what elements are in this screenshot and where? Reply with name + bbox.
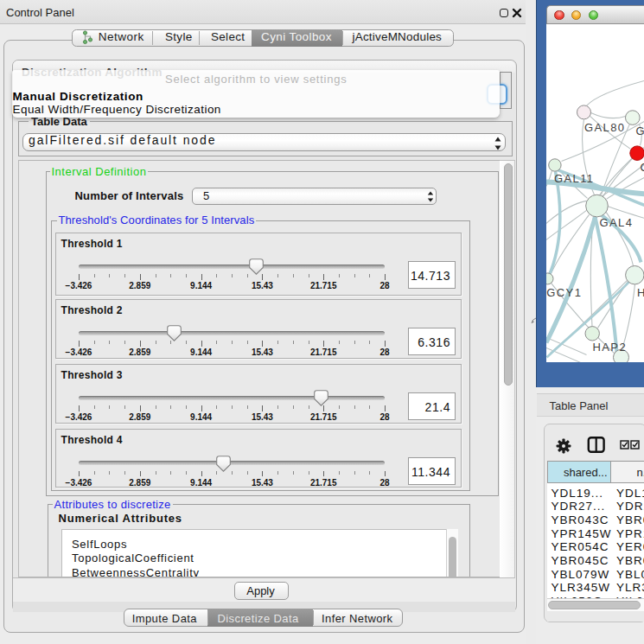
svg-text:GCY1: GCY1 [546, 286, 582, 299]
svg-text:C: C [640, 161, 644, 174]
svg-text:GAL4: GAL4 [599, 215, 633, 228]
svg-text:GAL80: GAL80 [584, 120, 625, 133]
svg-text:HAP2: HAP2 [592, 341, 627, 354]
svg-text:G...: G... [635, 124, 644, 137]
svg-text:H: H [636, 286, 644, 299]
svg-text:GAL11: GAL11 [554, 172, 594, 185]
